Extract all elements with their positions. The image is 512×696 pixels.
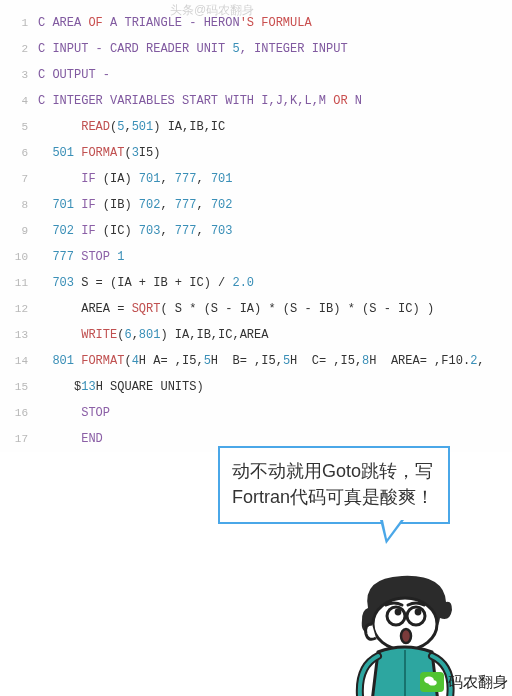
watermark-bottom: 码农翻身 bbox=[420, 672, 508, 692]
svg-point-5 bbox=[401, 629, 411, 643]
line-number: 10 bbox=[0, 244, 38, 270]
code-line: 13 WRITE(6,801) IA,IB,IC,AREA bbox=[0, 322, 504, 348]
code-line: 12 AREA = SQRT( S * (S - IA) * (S - IB) … bbox=[0, 296, 504, 322]
line-number: 9 bbox=[0, 218, 38, 244]
line-number: 13 bbox=[0, 322, 38, 348]
svg-point-4 bbox=[415, 609, 422, 616]
line-number: 14 bbox=[0, 348, 38, 374]
line-number: 4 bbox=[0, 88, 38, 114]
code-block: 1C AREA OF A TRIANGLE - HERON'S FORMULA2… bbox=[0, 0, 512, 452]
code-content: C AREA OF A TRIANGLE - HERON'S FORMULA bbox=[38, 10, 504, 36]
line-number: 1 bbox=[0, 10, 38, 36]
speech-text: 动不动就用Goto跳转，写Fortran代码可真是酸爽！ bbox=[232, 461, 434, 507]
line-number: 16 bbox=[0, 400, 38, 426]
line-number: 5 bbox=[0, 114, 38, 140]
code-content: READ(5,501) IA,IB,IC bbox=[38, 114, 504, 140]
code-content: 501 FORMAT(3I5) bbox=[38, 140, 504, 166]
line-number: 12 bbox=[0, 296, 38, 322]
watermark-top: 头条@码农翻身 bbox=[170, 2, 254, 19]
line-number: 17 bbox=[0, 426, 38, 452]
code-content: AREA = SQRT( S * (S - IA) * (S - IB) * (… bbox=[38, 296, 504, 322]
line-number: 3 bbox=[0, 62, 38, 88]
code-line: 6 501 FORMAT(3I5) bbox=[0, 140, 504, 166]
code-content: STOP bbox=[38, 400, 504, 426]
watermark-bottom-text: 码农翻身 bbox=[448, 673, 508, 692]
code-line: 11 703 S = (IA + IB + IC) / 2.0 bbox=[0, 270, 504, 296]
code-line: 8 701 IF (IB) 702, 777, 702 bbox=[0, 192, 504, 218]
code-content: $13H SQUARE UNITS) bbox=[38, 374, 504, 400]
line-number: 11 bbox=[0, 270, 38, 296]
line-number: 6 bbox=[0, 140, 38, 166]
wechat-icon bbox=[420, 672, 444, 692]
code-content: C OUTPUT - bbox=[38, 62, 504, 88]
code-line: 5 READ(5,501) IA,IB,IC bbox=[0, 114, 504, 140]
code-content: IF (IA) 701, 777, 701 bbox=[38, 166, 504, 192]
line-number: 7 bbox=[0, 166, 38, 192]
code-line: 4C INTEGER VARIABLES START WITH I,J,K,L,… bbox=[0, 88, 504, 114]
code-line: 3C OUTPUT - bbox=[0, 62, 504, 88]
speech-bubble: 动不动就用Goto跳转，写Fortran代码可真是酸爽！ bbox=[218, 446, 450, 524]
code-line: 16 STOP bbox=[0, 400, 504, 426]
code-content: 801 FORMAT(4H A= ,I5,5H B= ,I5,5H C= ,I5… bbox=[38, 348, 504, 374]
line-number: 15 bbox=[0, 374, 38, 400]
line-number: 2 bbox=[0, 36, 38, 62]
code-content: 701 IF (IB) 702, 777, 702 bbox=[38, 192, 504, 218]
code-content: C INPUT - CARD READER UNIT 5, INTEGER IN… bbox=[38, 36, 504, 62]
code-content: WRITE(6,801) IA,IB,IC,AREA bbox=[38, 322, 504, 348]
code-content: C INTEGER VARIABLES START WITH I,J,K,L,M… bbox=[38, 88, 504, 114]
svg-point-3 bbox=[395, 609, 402, 616]
code-line: 2C INPUT - CARD READER UNIT 5, INTEGER I… bbox=[0, 36, 504, 62]
code-line: 10 777 STOP 1 bbox=[0, 244, 504, 270]
code-content: 703 S = (IA + IB + IC) / 2.0 bbox=[38, 270, 504, 296]
line-number: 8 bbox=[0, 192, 38, 218]
code-line: 15 $13H SQUARE UNITS) bbox=[0, 374, 504, 400]
code-line: 9 702 IF (IC) 703, 777, 703 bbox=[0, 218, 504, 244]
code-line: 7 IF (IA) 701, 777, 701 bbox=[0, 166, 504, 192]
code-content: 702 IF (IC) 703, 777, 703 bbox=[38, 218, 504, 244]
code-content: 777 STOP 1 bbox=[38, 244, 504, 270]
code-line: 14 801 FORMAT(4H A= ,I5,5H B= ,I5,5H C= … bbox=[0, 348, 504, 374]
